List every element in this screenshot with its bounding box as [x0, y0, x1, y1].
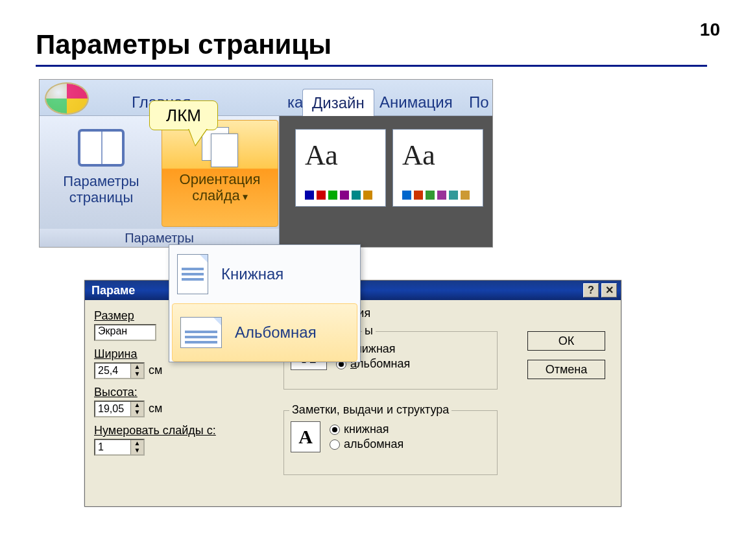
page-setup-line2: страницы [69, 189, 133, 205]
orientation-line1: Ориентация [180, 171, 261, 187]
radio-notes-portrait-label: книжная [344, 423, 389, 436]
dropdown-item-landscape[interactable]: Альбомная [172, 303, 357, 362]
unit-cm: см [149, 364, 162, 377]
dropdown-landscape-label: Альбомная [235, 323, 317, 342]
page-setup-icon [78, 129, 125, 167]
theme-sample-1[interactable]: Аа [295, 129, 386, 207]
ok-button[interactable]: ОК [527, 331, 605, 351]
theme-swatches [402, 191, 470, 200]
slide-orientation-button[interactable]: Ориентация слайда▾ [162, 120, 278, 227]
orientation-line2: слайда [192, 187, 239, 204]
height-label: Высота: [94, 386, 138, 399]
slides-legend-fragment: ы [362, 324, 376, 338]
page-setup-line1: Параметры [63, 173, 139, 189]
dialog-title: Параме [91, 284, 135, 297]
radio-notes-landscape-label: альбомная [344, 438, 403, 451]
theme-swatches [305, 191, 372, 200]
page-setup-button[interactable]: Параметры страницы [46, 120, 156, 227]
height-spinner[interactable]: ▲▼ [94, 401, 145, 417]
dropdown-portrait-label: Книжная [221, 265, 283, 283]
ribbon-tab-bar: Главная ка Дизайн Анимация По [40, 80, 492, 116]
ribbon: Главная ка Дизайн Анимация По Параметры … [39, 79, 493, 248]
number-from-input[interactable] [95, 440, 130, 454]
callout-lkm: ЛКМ [149, 100, 218, 130]
spin-down-icon[interactable]: ▼ [130, 371, 143, 378]
size-field[interactable]: Экран [94, 324, 156, 341]
tab-slideshow-fragment[interactable]: По [460, 89, 498, 116]
number-from-spinner[interactable]: ▲▼ [94, 439, 145, 456]
orientation-dropdown: Книжная Альбомная [169, 244, 361, 362]
tab-design[interactable]: Дизайн [302, 89, 374, 116]
size-label: Размер [94, 309, 134, 322]
radio-icon [330, 425, 340, 435]
page-title: Параметры страницы [36, 29, 331, 60]
unit-cm: см [149, 402, 162, 415]
page-number: 10 [700, 19, 720, 40]
width-input[interactable] [95, 364, 130, 378]
number-from-label: Нумеровать слайды с: [94, 424, 216, 437]
radio-row-notes-portrait[interactable]: книжная [330, 423, 403, 436]
office-button[interactable] [45, 82, 89, 115]
orientation-portrait-icon: A [291, 421, 320, 452]
ribbon-body: Параметры страницы Ориентация слайда▾ Па… [40, 116, 492, 247]
landscape-icon [180, 317, 222, 348]
portrait-icon [177, 254, 208, 294]
theme-sample-2[interactable]: Аа [392, 129, 483, 207]
height-input[interactable] [95, 402, 130, 416]
tab-animation[interactable]: Анимация [370, 89, 462, 116]
theme-sample-text: Аа [402, 139, 435, 172]
width-label: Ширина [94, 347, 138, 360]
close-button[interactable]: ✕ [601, 283, 617, 298]
title-underline [36, 65, 707, 67]
dropdown-item-portrait[interactable]: Книжная [169, 245, 360, 303]
notes-legend: Заметки, выдачи и структура [289, 403, 451, 417]
help-button[interactable]: ? [583, 283, 599, 298]
chevron-down-icon: ▾ [243, 191, 248, 202]
spin-down-icon[interactable]: ▼ [130, 447, 143, 454]
cancel-button[interactable]: Отмена [527, 360, 605, 379]
radio-icon [330, 439, 340, 450]
theme-sample-text: Аа [305, 139, 338, 172]
radio-row-notes-landscape[interactable]: альбомная [330, 438, 403, 451]
spin-down-icon[interactable]: ▼ [130, 409, 143, 416]
group-page-setup: Параметры страницы Ориентация слайда▾ Па… [40, 116, 280, 247]
width-spinner[interactable]: ▲▼ [94, 362, 145, 379]
